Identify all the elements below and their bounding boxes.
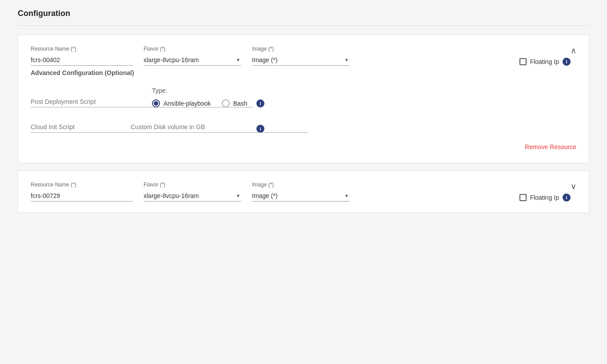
resource1-type-label: Type: <box>152 87 248 94</box>
resource1-image-label: Image (*) <box>252 46 350 52</box>
resource1-custom-disk-input[interactable] <box>131 122 308 133</box>
resource2-image-select-wrapper: Image (*) ▾ <box>252 190 350 202</box>
resource2-header-row: Resource Name (*) Flavor (*) xlarge-8vcp… <box>31 182 576 202</box>
resource-card-1: Resource Name (*) Flavor (*) xlarge-8vcp… <box>18 35 589 163</box>
resource2-name-group: Resource Name (*) <box>31 182 133 202</box>
configuration-title: Configuration <box>18 9 589 18</box>
resource2-image-select[interactable]: Image (*) <box>252 190 350 201</box>
resource2-floating-checkbox[interactable] <box>519 194 527 201</box>
resource1-flavor-label: Flavor (*) <box>144 46 241 52</box>
resource1-post-deploy-wrapper: i <box>31 96 120 107</box>
remove-resource-button[interactable]: Remove Resource <box>525 142 576 152</box>
resource1-ansible-label: Ansible-playbook <box>164 100 211 107</box>
resource1-name-group: Resource Name (*) <box>31 46 133 66</box>
resource1-flavor-group: Flavor (*) xlarge-8vcpu-16ram small-1vcp… <box>144 46 241 66</box>
resource2-floating-info-icon[interactable]: i <box>563 194 571 202</box>
resource1-image-select-wrapper: Image (*) ▾ <box>252 55 350 66</box>
resource2-fields: Resource Name (*) Flavor (*) xlarge-8vcp… <box>31 182 571 202</box>
resource1-image-select[interactable]: Image (*) <box>252 55 350 65</box>
resource1-floating-label: Floating Ip <box>530 58 559 65</box>
resource1-ansible-radio[interactable] <box>152 99 160 107</box>
resource1-bash-radio[interactable] <box>222 99 230 107</box>
resource1-radio-group: Ansible-playbook Bash <box>152 99 248 107</box>
resource1-floating-info-icon[interactable]: i <box>563 58 571 66</box>
resource1-name-label: Resource Name (*) <box>31 46 133 52</box>
resource1-flavor-select-wrapper: xlarge-8vcpu-16ram small-1vcpu-2ram medi… <box>144 55 241 66</box>
resource1-cloud-init-wrapper: i <box>31 122 120 133</box>
resource2-image-group: Image (*) Image (*) ▾ <box>252 182 350 202</box>
resource1-floating-group: Floating Ip i <box>519 58 571 66</box>
resource2-expand-button[interactable]: ∨ <box>571 182 576 191</box>
divider <box>18 25 589 26</box>
resource2-flavor-select-wrapper: xlarge-8vcpu-16ram small-1vcpu-2ram medi… <box>144 190 241 202</box>
resource2-name-label: Resource Name (*) <box>31 182 133 188</box>
resource2-flavor-label: Flavor (*) <box>144 182 241 188</box>
resource-card-2: Resource Name (*) Flavor (*) xlarge-8vcp… <box>18 170 589 213</box>
resource1-bash-option[interactable]: Bash <box>222 99 248 107</box>
resource1-name-input[interactable] <box>31 55 133 66</box>
resource2-floating-group: Floating Ip i <box>519 194 571 202</box>
resource1-header-row: Resource Name (*) Flavor (*) xlarge-8vcp… <box>31 46 576 66</box>
resource1-script-row: i Type: Ansible-playbook Bash <box>31 87 576 107</box>
resource2-image-label: Image (*) <box>252 182 350 188</box>
resource1-post-deploy-info-icon[interactable]: i <box>256 99 264 107</box>
resource2-name-input[interactable] <box>31 190 133 202</box>
resource2-floating-label: Floating Ip <box>530 194 559 201</box>
resource1-advanced-section: Advanced Configuration (Optional) i Type… <box>31 69 576 152</box>
resource1-custom-disk-group <box>131 122 308 133</box>
resource1-fields: Resource Name (*) Flavor (*) xlarge-8vcp… <box>31 46 571 66</box>
resource1-bash-label: Bash <box>233 100 248 107</box>
resource1-floating-checkbox[interactable] <box>519 58 527 65</box>
resource1-flavor-select[interactable]: xlarge-8vcpu-16ram small-1vcpu-2ram medi… <box>144 55 241 65</box>
resource1-advanced-title: Advanced Configuration (Optional) <box>31 69 576 76</box>
resource1-image-group: Image (*) Image (*) ▾ <box>252 46 350 66</box>
resource2-flavor-select[interactable]: xlarge-8vcpu-16ram small-1vcpu-2ram medi… <box>144 190 241 201</box>
resource1-ansible-option[interactable]: Ansible-playbook <box>152 99 211 107</box>
resource1-type-section: Type: Ansible-playbook Bash <box>152 87 248 107</box>
resource1-collapse-button[interactable]: ∧ <box>571 46 576 55</box>
resource1-bottom-row: i <box>31 122 576 133</box>
resource2-flavor-group: Flavor (*) xlarge-8vcpu-16ram small-1vcp… <box>144 182 241 202</box>
